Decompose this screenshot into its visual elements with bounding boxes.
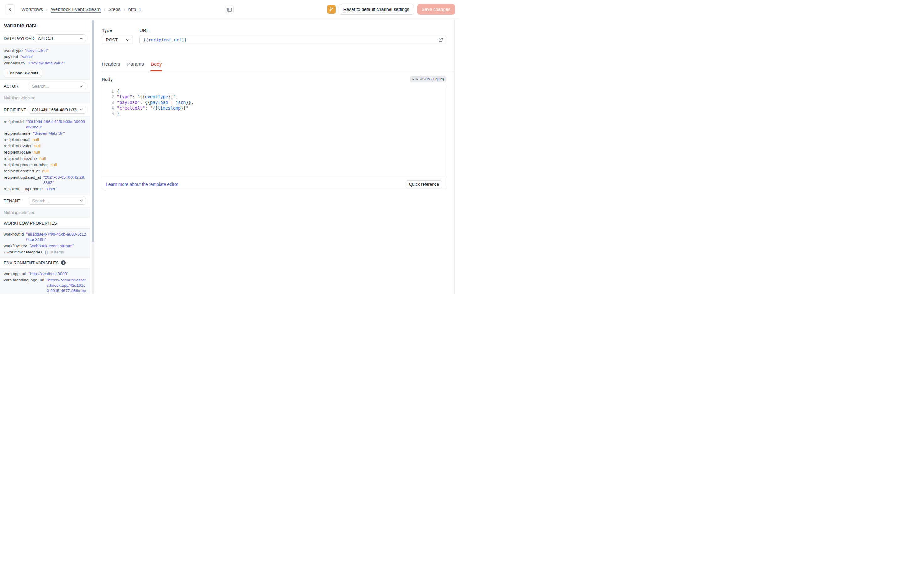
external-link-icon[interactable] <box>438 37 443 42</box>
tab-body[interactable]: Body <box>151 61 162 71</box>
tenant-label: TENANT <box>4 199 20 203</box>
payload-preview-block: eventType"server:alert"payload"value"var… <box>0 45 90 80</box>
variable-row: workflow.id"e91ddae4-7f99-45cb-a688-3c12… <box>4 231 86 242</box>
tab-params[interactable]: Params <box>127 61 144 71</box>
topbar-actions: Reset to default channel settings Save c… <box>327 4 455 15</box>
workflow-properties-label: WORKFLOW PROPERTIES <box>4 221 57 226</box>
code-line: 2"type": "{{eventType}}", <box>107 94 442 100</box>
tenant-row: TENANT Search... <box>0 194 90 207</box>
actor-row: ACTOR Search... <box>0 80 90 93</box>
page-scrollbar-gutter <box>454 19 455 294</box>
variable-value: null <box>50 162 57 167</box>
edit-preview-data-button[interactable]: Edit preview data <box>4 69 42 77</box>
variable-key: workflow.id <box>4 231 24 237</box>
variable-row: recipient.__typename"User" <box>4 186 86 192</box>
panel-header: Variable data <box>0 19 90 32</box>
chevron-down-icon <box>79 84 83 88</box>
code-editor[interactable]: 1{2"type": "{{eventType}}",3"payload": {… <box>102 84 446 178</box>
variable-value: "https://account-assets.knock.app/42d161… <box>47 277 86 294</box>
breadcrumb: Workflows›Webhook Event Stream›Steps›htt… <box>21 6 141 12</box>
variable-key: vars.branding.logo_url <box>4 277 44 283</box>
url-value: {{recipient.url}} <box>143 37 187 42</box>
line-number: 2 <box>107 94 114 100</box>
quick-reference-button[interactable]: Quick reference <box>405 180 442 189</box>
breadcrumb-item-http_1: http_1 <box>128 6 141 12</box>
info-icon[interactable]: i <box>61 260 66 265</box>
learn-more-link[interactable]: Learn more about the template editor <box>106 182 178 187</box>
variable-row: eventType"server:alert" <box>4 47 86 53</box>
variable-row: recipient.phone_numbernull <box>4 162 86 168</box>
sidebar-toggle-button[interactable] <box>225 5 234 14</box>
workflow-fields-block: workflow.id"e91ddae4-7f99-45cb-a688-3c12… <box>0 229 90 258</box>
variable-value: null <box>40 156 46 161</box>
line-number: 3 <box>107 100 114 105</box>
code-line: 5} <box>107 111 442 116</box>
variable-row: recipient.timezonenull <box>4 155 86 162</box>
variable-value: [ ] <box>45 249 48 255</box>
sidebar-scrollbar-thumb[interactable] <box>92 20 94 242</box>
variable-count: 0 items <box>51 249 64 255</box>
url-input[interactable]: {{recipient.url}} <box>139 35 446 44</box>
variable-key: recipient.id <box>4 119 24 124</box>
recipient-row: RECIPIENT 80f1f4bf-166d-48f9-b33c <box>0 103 90 116</box>
variable-row: vars.app_url"http://localhost:3000" <box>4 270 86 277</box>
template-editor: 1{2"type": "{{eventType}}",3"payload": {… <box>102 84 446 191</box>
workflow-properties-row: WORKFLOW PROPERTIES <box>0 218 90 229</box>
variable-key: recipient.avatar <box>4 143 32 149</box>
tenant-select[interactable]: Search... <box>29 197 86 205</box>
breadcrumb-separator: › <box>104 6 105 12</box>
variable-key: recipient.name <box>4 131 31 136</box>
breadcrumb-separator: › <box>46 6 48 12</box>
recipient-label: RECIPIENT <box>4 107 26 112</box>
chevron-down-icon <box>125 38 129 42</box>
breadcrumb-item-webhook-event-stream[interactable]: Webhook Event Stream <box>51 6 100 12</box>
variable-row: recipient.created_atnull <box>4 168 86 174</box>
recipient-select[interactable]: 80f1f4bf-166d-48f9-b33c <box>29 105 86 114</box>
variable-value: "value" <box>21 54 33 59</box>
reset-channel-settings-button[interactable]: Reset to default channel settings <box>339 4 414 15</box>
variable-value: null <box>34 143 40 149</box>
line-number: 5 <box>107 111 114 116</box>
variable-value: "User" <box>45 186 57 192</box>
http-method-select[interactable]: POST <box>102 35 133 44</box>
variable-value: null <box>34 150 40 155</box>
data-payload-select[interactable]: API Call <box>35 34 86 42</box>
variable-key: variableKey <box>4 60 25 66</box>
variable-row: workflow.key"webhook-event-stream" <box>4 242 86 249</box>
save-changes-button[interactable]: Save changes <box>417 4 455 15</box>
recipient-fields-block: recipient.id"80f1f4bf-166d-48f9-b33c-390… <box>0 116 90 194</box>
body-section-header: Body < > JSON (Liquid) <box>102 76 446 82</box>
commit-changes-button[interactable] <box>327 5 336 13</box>
back-button[interactable] <box>5 5 15 15</box>
chevron-right-icon[interactable]: › <box>4 249 5 255</box>
line-number: 1 <box>107 88 114 94</box>
variable-row: payload"value" <box>4 53 86 60</box>
variable-key: eventType <box>4 48 23 53</box>
environment-variables-row: ENVIRONMENT VARIABLES i <box>0 258 90 268</box>
step-editor-main: Type POST URL {{recipient.url}} HeadersP… <box>90 19 458 294</box>
actor-select[interactable]: Search... <box>29 82 86 90</box>
breadcrumb-item-workflows[interactable]: Workflows <box>21 6 43 12</box>
variable-value: "2024-03-05T00:42:29.839Z" <box>44 174 86 185</box>
language-badge: < > JSON (Liquid) <box>410 76 446 82</box>
variable-value: null <box>42 168 48 174</box>
top-bar: Workflows›Webhook Event Stream›Steps›htt… <box>0 0 458 19</box>
variable-value: "webhook-event-stream" <box>29 243 74 249</box>
variable-row: recipient.avatarnull <box>4 142 86 149</box>
variable-row: recipient.localenull <box>4 149 86 155</box>
code-line: 3"payload": {{payload | json}}, <box>107 100 442 105</box>
variable-row: variableKey"Preview data value" <box>4 60 86 66</box>
code-line: 1{ <box>107 88 442 94</box>
variable-key: recipient.created_at <box>4 168 40 174</box>
panel-left-icon <box>227 7 232 12</box>
variable-key: recipient.locale <box>4 150 31 155</box>
actor-empty-block: Nothing selected <box>0 93 90 103</box>
breadcrumb-separator: › <box>123 6 125 12</box>
tab-headers[interactable]: Headers <box>102 61 120 71</box>
data-payload-row: DATA PAYLOAD API Call <box>0 32 90 45</box>
variable-key: recipient.__typename <box>4 186 43 192</box>
variable-row: vars.branding.logo_url"https://account-a… <box>4 277 86 294</box>
type-label: Type <box>102 27 133 33</box>
variable-key: workflow.categories <box>6 249 42 255</box>
actor-empty-state: Nothing selected <box>4 95 86 101</box>
